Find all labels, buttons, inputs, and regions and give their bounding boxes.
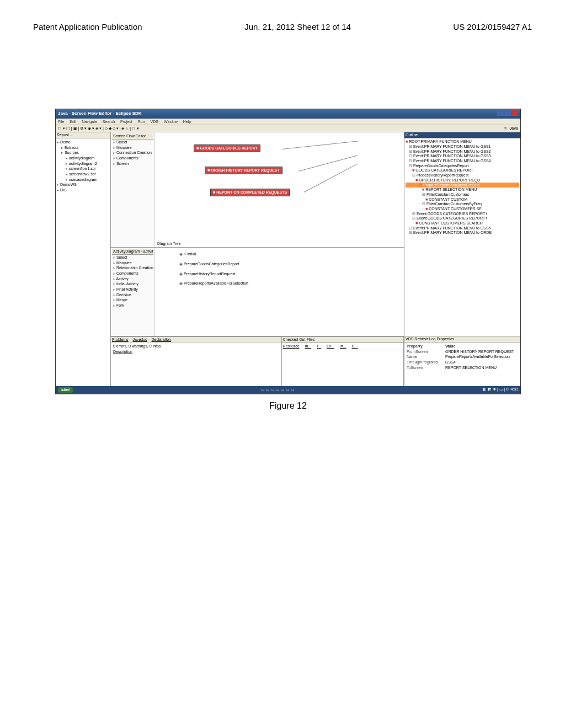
outline-item[interactable]: Event:PRIMARY FUNCTION MENU to GSS2 [406,149,519,154]
palette-2[interactable]: ActivityDiagram - activitydiagram2.activ… [111,248,155,336]
palette-item[interactable]: Fork [112,303,153,308]
checked-out-cols[interactable]: Resource In... I... Ex... In... C... [282,343,403,350]
activity-node[interactable]: PrepareHistoryReportRequest [179,272,402,276]
explorer-tab[interactable]: Reposi... [56,132,110,138]
col[interactable]: In... [340,344,347,349]
palette-item[interactable]: Relationship Creation [112,265,153,271]
explorer-tree[interactable]: Demo Extracts Sources activitydiagram ac… [56,138,110,194]
tree-item[interactable]: screenflow1.scr [57,166,109,172]
outline-item[interactable]: Event:PRIMARY FUNCTION MENU to GSS5 [406,226,519,231]
outline-item[interactable]: Event:PRIMARY FUNCTION MENU to GSS3 [406,154,519,159]
left-explorer[interactable]: Reposi... Demo Extracts Sources activity… [56,132,111,386]
activity-node[interactable]: PrepareReportsAvailableForSelection [179,281,402,286]
outline-tree[interactable]: ROOT:PRIMARY FUNCTION MENUEvent:PRIMARY … [404,138,520,237]
menubar[interactable]: File Edit Navigate Search Project Run VD… [56,119,520,126]
flow-node[interactable]: ORDER HISTORY REPORT REQUEST [205,167,282,174]
menu-file[interactable]: File [58,120,64,124]
screen-flow-canvas[interactable]: GOODS CATEGORIES REPORT ORDER HISTORY RE… [155,132,404,247]
activity-canvas[interactable]: ○ Initial PrepareGoodsCategoriesReport P… [155,248,404,336]
palette-item[interactable]: Marquee [112,260,153,266]
menu-vds[interactable]: VDS [151,120,158,124]
palette-item[interactable]: Screen [112,161,153,167]
outline-item[interactable]: CONSTANT CUSTOMERS SE [406,206,519,211]
menu-search[interactable]: Search [103,120,115,124]
col[interactable]: Resource [283,344,300,349]
palette-item[interactable]: Merge [112,297,153,303]
flow-node[interactable]: REPORT ON COMPLETED REQUESTS [210,189,290,196]
col[interactable]: I... [317,344,321,349]
close-icon[interactable] [511,110,518,116]
checked-out-tab[interactable]: Checked Out Files [282,337,403,343]
start-button[interactable]: start [58,387,73,393]
editor2-tab[interactable]: ActivityDiagram - activitydiagram2.activ… [112,249,153,255]
properties-view[interactable]: VDS Refresh Log Properties Property Valu… [404,336,520,386]
palette-1[interactable]: Screen Flow Editor Select Marquee Connec… [111,132,155,247]
col[interactable]: Ex... [327,344,334,349]
activity-node[interactable]: PrepareGoodsCategoriesReport [179,262,402,266]
outline-item[interactable]: ORDER HISTORY REPORT REQU [406,178,519,183]
properties-tabs[interactable]: VDS Refresh Log Properties [404,336,520,342]
col[interactable]: In... [305,344,312,349]
outline-item[interactable]: Event:PRIMARY FUNCTION MENU to GSS4 [406,159,519,164]
menu-project[interactable]: Project [120,120,132,124]
editor1-tab[interactable]: Screen Flow Editor [112,133,153,140]
toolbar[interactable]: ▢ ▾ ▢ | ▣ | ⚙ ▾ ◉ ▾ ◈ ▾ | ◇ ◆ ◇ ▾ | ◈ ☆ … [56,125,520,132]
minimize-icon[interactable] [497,110,504,116]
diagram-tree-tabs[interactable]: Diagram Tree [157,242,180,246]
problems-tab[interactable]: Problems [112,338,129,341]
menu-window[interactable]: Window [164,120,178,124]
outline-item[interactable]: Event:PRIMARY FUNCTION MENU to GSS1 [406,144,519,149]
checked-out-view[interactable]: Checked Out Files Resource In... I... Ex… [282,337,404,386]
outline-item[interactable]: REPORT SELECTION MENU [406,188,519,192]
palette-item[interactable]: Initial Activity [112,281,153,287]
problems-tabs[interactable]: Problems Javadoc Declaration [111,337,281,343]
declaration-tab[interactable]: Declaration [152,338,171,341]
problems-view[interactable]: Problems Javadoc Declaration 0 errors, 0… [111,337,282,386]
palette-item[interactable]: Connection Creation [112,150,153,156]
problems-col[interactable]: Description [113,350,279,354]
tree-item[interactable]: screenflow2.scr [57,172,109,177]
outline-item[interactable]: ROOT:PRIMARY FUNCTION MENU [406,140,519,144]
palette-item[interactable]: Decision [112,292,153,298]
system-tray[interactable]: ◧ ◩ ❖ | ▭ | ⟳ 4:03 [483,387,518,393]
outline-item[interactable]: CONSTANT CUSTOMERS SEARCH [406,221,519,226]
outline-item[interactable]: Event:GOODS CATEGORIES REPORT t [406,211,519,216]
outline-tab[interactable]: Outline [404,132,520,138]
windows-taskbar[interactable]: start ▭ ▭ ▭ ▭ ▭ ▭ ▭ ◧ ◩ ❖ | ▭ | ⟳ 4:03 [56,386,520,394]
palette-item[interactable]: Final Activity [112,287,153,292]
menu-run[interactable]: Run [138,120,145,124]
col[interactable]: C... [351,344,358,349]
outline-item[interactable]: FilterConstantCustomersByFreq [406,202,519,207]
tree-item[interactable]: Extracts [57,145,109,151]
initial-node[interactable]: ○ Initial [179,252,402,256]
outline-item[interactable]: CONSTANT CUSTOM [406,197,519,202]
outline-item[interactable]: Event:PRIMARY FUNCTION MENU to ORDE [406,231,519,235]
tree-item[interactable]: DemoWS [57,182,109,188]
maximize-icon[interactable] [504,110,511,116]
tree-item[interactable]: DIS [57,188,109,193]
palette-item[interactable]: Select [112,140,153,145]
props-row[interactable]: NamePrepareReportsAvailableForSelection [407,354,518,360]
javadoc-tab[interactable]: Javadoc [133,338,147,341]
tree-item[interactable]: usecasediagram [57,177,109,183]
menu-help[interactable]: Help [183,120,191,124]
perspective-switcher[interactable]: ☕ Java [503,126,518,131]
props-row[interactable]: FromScreenORDER HISTORY REPORT REQUEST [407,349,518,355]
taskbar-apps[interactable]: ▭ ▭ ▭ ▭ ▭ ▭ ▭ [261,387,295,393]
outline-item[interactable]: GOODS CATEGORIES REPORT [406,168,519,173]
toolbar-icons[interactable]: ▢ ▾ ▢ | ▣ | ⚙ ▾ ◉ ▾ ◈ ▾ | ◇ ◆ ◇ ▾ | ◈ ☆ … [58,126,139,131]
flow-node[interactable]: GOODS CATEGORIES REPORT [194,144,260,152]
tree-item[interactable]: activitydiagram2 [57,161,109,167]
palette-item[interactable]: Components [112,156,153,161]
window-buttons[interactable] [497,110,518,117]
outline-item[interactable]: ProcessHistoryReportRequest [406,173,519,178]
props-row[interactable]: ToScreenREPORT SELECTION MENU [407,365,518,371]
outline-item[interactable]: FilterConstantCustomers [406,192,519,197]
tree-item[interactable]: Sources [57,150,109,156]
outline-view[interactable]: Outline ROOT:PRIMARY FUNCTION MENUEvent:… [404,132,520,336]
palette-item[interactable]: Activity [112,276,153,282]
menu-navigate[interactable]: Navigate [82,120,97,124]
palette-item[interactable]: Components [112,271,153,276]
tree-item[interactable]: activitydiagram [57,156,109,161]
outline-item[interactable]: Event:GOODS CATEGORIES REPORT t [406,216,519,221]
